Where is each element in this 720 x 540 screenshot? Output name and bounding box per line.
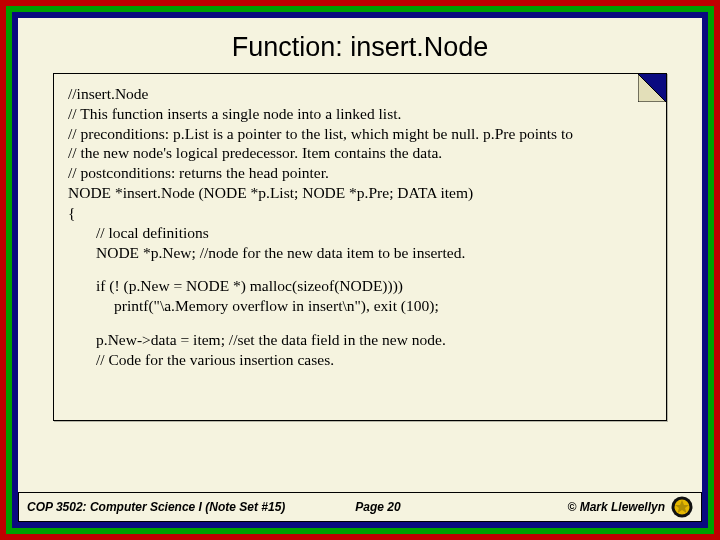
code-line: // local definitions: [68, 223, 652, 243]
school-logo-icon: [671, 496, 693, 518]
footer-page: Page 20: [285, 500, 400, 514]
footer-right: © Mark Llewellyn: [567, 496, 701, 518]
code-box-container: //insert.Node // This function inserts a…: [53, 73, 667, 421]
slide-body: Function: insert.Node: [18, 18, 702, 522]
footer-copyright: © Mark Llewellyn: [567, 500, 665, 514]
code-line: //insert.Node: [68, 84, 652, 104]
code-line: if (! (p.New = NODE *) malloc(sizeof(NOD…: [68, 276, 652, 296]
outer-frame-red: Function: insert.Node: [0, 0, 720, 540]
code-line: // preconditions: p.List is a pointer to…: [68, 124, 652, 144]
code-line: // postconditions: returns the head poin…: [68, 163, 652, 183]
code-line: // the new node's logical predecessor. I…: [68, 143, 652, 163]
footer-course-text: COP 3502: Computer Science I: [27, 500, 202, 514]
blank-line: [68, 316, 652, 330]
folded-corner-icon: [638, 74, 666, 102]
footer-note: (Note Set #15): [205, 500, 285, 514]
outer-frame-blue: Function: insert.Node: [12, 12, 708, 528]
code-line: printf("\a.Memory overflow in insert\n")…: [68, 296, 652, 316]
code-line: // This function inserts a single node i…: [68, 104, 652, 124]
footer-course: COP 3502: Computer Science I (Note Set #…: [19, 500, 285, 514]
slide-title: Function: insert.Node: [18, 18, 702, 73]
code-line: NODE *insert.Node (NODE *p.List; NODE *p…: [68, 183, 652, 203]
code-box: //insert.Node // This function inserts a…: [53, 73, 667, 421]
code-line: // Code for the various insertion cases.: [68, 350, 652, 370]
code-line: {: [68, 203, 652, 223]
blank-line: [68, 262, 652, 276]
outer-frame-green: Function: insert.Node: [6, 6, 714, 534]
code-line: p.New->data = item; //set the data field…: [68, 330, 652, 350]
code-text: //insert.Node // This function inserts a…: [68, 84, 652, 370]
code-line: NODE *p.New; //node for the new data ite…: [68, 243, 652, 263]
footer-bar: COP 3502: Computer Science I (Note Set #…: [18, 492, 702, 522]
